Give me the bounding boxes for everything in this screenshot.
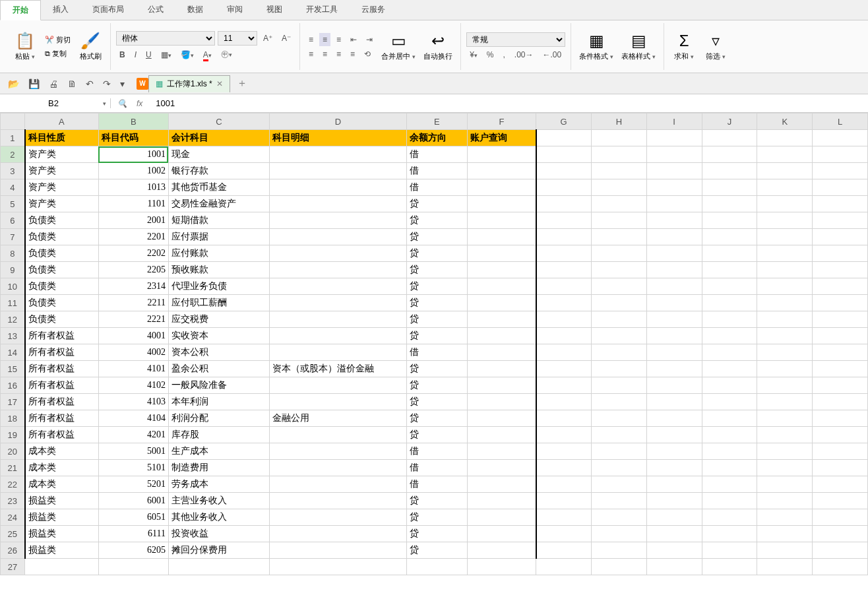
print-preview-icon[interactable]: 🗎 [65,77,79,90]
indent-decrease-button[interactable]: ⇤ [347,33,360,46]
cell-E23[interactable]: 贷 [406,493,467,509]
cell-D16[interactable] [269,377,406,394]
cell-H24[interactable] [591,509,646,526]
row-header-17[interactable]: 17 [1,394,25,410]
cell-C11[interactable]: 应付职工薪酬 [168,295,269,311]
cell-K23[interactable] [757,493,813,509]
row-header-8[interactable]: 8 [1,245,25,262]
cell-F23[interactable] [467,493,536,509]
currency-button[interactable]: ¥▾ [466,48,481,61]
row-header-21[interactable]: 21 [1,460,25,476]
cell-A13[interactable]: 所有者权益 [25,328,99,344]
cell-I12[interactable] [646,311,702,328]
cell-K2[interactable] [757,146,813,163]
cell-I22[interactable] [646,476,702,493]
cell-J2[interactable] [702,146,757,163]
cell-C24[interactable]: 其他业务收入 [168,509,269,526]
cell-C18[interactable]: 利润分配 [168,410,269,427]
cell-L8[interactable] [813,245,868,262]
cell-E4[interactable]: 借 [406,179,467,196]
cell-B17[interactable]: 4103 [98,394,168,410]
cell-H12[interactable] [591,311,646,328]
cell-J26[interactable] [702,542,757,559]
cell-L15[interactable] [813,361,868,377]
cell-K1[interactable] [757,130,813,146]
name-box[interactable]: ▾ [0,98,111,108]
cell-K18[interactable] [757,410,813,427]
cell-D4[interactable] [269,179,406,196]
cell-D18[interactable]: 金融公用 [269,410,406,427]
cell-C10[interactable]: 代理业务负债 [168,278,269,295]
cell-H26[interactable] [591,542,646,559]
cell-D11[interactable] [269,295,406,311]
cell-K26[interactable] [757,542,813,559]
cell-I3[interactable] [646,163,702,179]
cell-K22[interactable] [757,476,813,493]
cell-E24[interactable]: 贷 [406,509,467,526]
cell-E19[interactable]: 贷 [406,427,467,443]
cell-F16[interactable] [467,377,536,394]
cell-J16[interactable] [702,377,757,394]
align-justify-button[interactable]: ≡ [347,48,358,61]
cell-A3[interactable]: 资产类 [25,163,99,179]
cell-E3[interactable]: 借 [406,163,467,179]
cell-G8[interactable] [536,245,592,262]
cell-J12[interactable] [702,311,757,328]
cell-E22[interactable]: 借 [406,476,467,493]
cell-J20[interactable] [702,443,757,460]
cell-I8[interactable] [646,245,702,262]
cell-D2[interactable] [269,146,406,163]
cell-C5[interactable]: 交易性金融资产 [168,196,269,212]
name-box-input[interactable] [4,98,103,108]
cell-C15[interactable]: 盈余公积 [168,361,269,377]
cell-J1[interactable] [702,130,757,146]
close-icon[interactable]: ✕ [216,79,223,88]
cell-H21[interactable] [591,460,646,476]
cell-F9[interactable] [467,262,536,278]
print-icon[interactable]: 🖨 [46,77,61,90]
ribbon-tab-7[interactable]: 开发工具 [294,0,350,20]
cell-F17[interactable] [467,394,536,410]
cell-A16[interactable]: 所有者权益 [25,377,99,394]
ruby-button[interactable]: ㊥▾ [218,47,235,62]
cell-L20[interactable] [813,443,868,460]
qa-dropdown-icon[interactable]: ▾ [117,77,127,90]
cell-K27[interactable] [757,559,813,575]
sum-button[interactable]: Σ 求和 ▾ [669,29,698,64]
formula-input[interactable] [149,98,868,108]
font-size-select[interactable]: 11 [218,31,257,46]
cell-L2[interactable] [813,146,868,163]
cell-F3[interactable] [467,163,536,179]
cell-D22[interactable] [269,476,406,493]
underline-button[interactable]: U [142,48,155,61]
cell-C1[interactable]: 会计科目 [168,130,269,146]
cell-I18[interactable] [646,410,702,427]
cell-C13[interactable]: 实收资本 [168,328,269,344]
cell-D10[interactable] [269,278,406,295]
cell-K24[interactable] [757,509,813,526]
row-header-25[interactable]: 25 [1,526,25,542]
cell-B24[interactable]: 6051 [98,509,168,526]
cell-B11[interactable]: 2211 [98,295,168,311]
cell-B26[interactable]: 6205 [98,542,168,559]
cell-D20[interactable] [269,443,406,460]
cell-A15[interactable]: 所有者权益 [25,361,99,377]
cell-E8[interactable]: 贷 [406,245,467,262]
cell-H8[interactable] [591,245,646,262]
cell-L10[interactable] [813,278,868,295]
cell-H14[interactable] [591,344,646,361]
cell-B5[interactable]: 1101 [98,196,168,212]
cell-L23[interactable] [813,493,868,509]
decrease-font-icon[interactable]: A⁻ [278,32,294,45]
cell-F1[interactable]: 账户查询 [467,130,536,146]
row-header-16[interactable]: 16 [1,377,25,394]
row-header-1[interactable]: 1 [1,130,25,146]
cell-A10[interactable]: 负债类 [25,278,99,295]
cell-D25[interactable] [269,526,406,542]
cell-H4[interactable] [591,179,646,196]
cell-J15[interactable] [702,361,757,377]
cell-D6[interactable] [269,212,406,229]
comma-button[interactable]: , [500,48,509,61]
cell-B18[interactable]: 4104 [98,410,168,427]
cell-J13[interactable] [702,328,757,344]
